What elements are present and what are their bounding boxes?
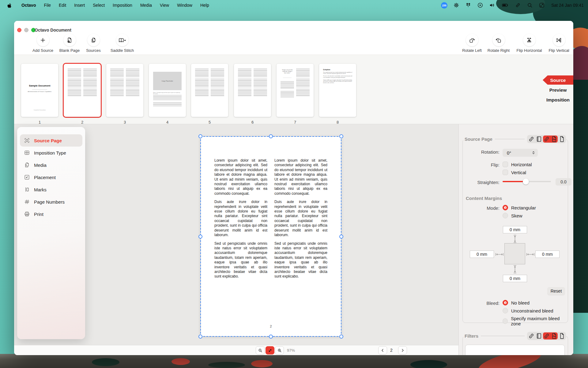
filters-list[interactable] [465,345,565,355]
tab-imposition[interactable]: Imposition [543,95,573,104]
flip-vertical-button[interactable]: Flip Vertical [542,34,573,53]
menu-imposition[interactable]: Imposition [109,3,136,8]
margin-left-field[interactable]: 0 mm [470,251,494,258]
scope-book-icon[interactable] [535,332,543,339]
menu-media[interactable]: Media [136,3,156,8]
selection-handle-w[interactable] [198,235,202,239]
scope-link-icon[interactable] [528,136,535,143]
margin-right-field[interactable]: 0 mm [535,251,560,258]
scope-linked-page-icon[interactable] [543,136,550,143]
flip-horizontal-checkbox[interactable] [503,162,508,167]
reset-button[interactable]: Reset [547,287,565,295]
sidebar-item-marks[interactable]: Marks [20,183,82,196]
bleed-max-zone-radio[interactable] [503,318,508,324]
bleed-unconstrained-radio[interactable] [503,308,508,313]
dropbox-icon[interactable] [465,2,471,8]
menu-file[interactable]: File [40,3,55,8]
scope-torn-page-icon[interactable] [550,136,558,143]
sources-label: Sources [86,48,101,53]
next-page-button[interactable] [398,346,407,355]
thumbnail-6[interactable]: 6 [234,64,271,125]
zoom-out-button[interactable] [256,346,265,355]
selection-handle-e[interactable] [339,235,343,239]
titlebar[interactable]: Octavo Document [14,21,573,35]
control-center-icon[interactable] [539,2,545,8]
sidebar-item-imposition-type[interactable]: Imposition Type [20,147,82,159]
thumb-number: 3 [106,120,143,125]
menu-view[interactable]: View [156,3,173,8]
menu-window[interactable]: Window [173,3,196,8]
zoom-app-icon[interactable]: zm [441,2,447,9]
rotate-right-button[interactable]: Rotate Right [482,34,515,53]
margin-top-field[interactable]: 0 mm [503,226,527,233]
play-icon[interactable] [477,2,483,8]
selection-handle-nw[interactable] [198,134,202,138]
selection-handle-sw[interactable] [198,335,202,339]
flip-horizontal-button[interactable]: Flip Horizontal [512,34,546,53]
scope-book-icon[interactable] [535,136,543,143]
menu-app-name[interactable]: Octavo [17,3,40,8]
thumbnail-7[interactable]: "Design is not just what it looks like. … [277,64,314,125]
thumb8-paragraph: Octavo enables you to prepare documents … [323,79,352,83]
menubar: Octavo File Edit Insert Select Impositio… [0,0,588,10]
apple-menu-icon[interactable] [7,2,12,8]
scope-torn-page-icon[interactable] [550,332,558,339]
bleed-none-radio[interactable] [503,300,508,305]
speaker-icon[interactable] [489,2,495,8]
selection-handle-n[interactable] [269,134,273,138]
menu-select[interactable]: Select [89,3,109,8]
scope-file-icon[interactable] [558,332,565,339]
inspector-panel: Source Page Ro [458,124,573,355]
sidebar-item-print[interactable]: Print [20,208,82,220]
close-button[interactable] [17,28,21,32]
straighten-value-field[interactable]: 0.0 [556,178,571,186]
sidebar-item-source-page[interactable]: Source Page [20,134,82,147]
thumbnail-8[interactable]: Colophon This sample document was create… [319,64,356,125]
mode-rectangular-radio[interactable] [503,205,508,210]
menu-insert[interactable]: Insert [70,3,89,8]
menubar-clock[interactable]: Sat 24 Jan 09:41 [551,3,584,8]
sources-icon [90,37,96,43]
mode-skew-radio[interactable] [503,213,508,218]
sidebar-item-placement[interactable]: Placement [20,171,82,183]
thumbnail-3[interactable]: 3 [106,64,143,125]
thumbnail-4[interactable]: Image Placeholder Figure 1: Example imag… [149,64,186,125]
battery-icon[interactable] [501,2,509,8]
current-page-field[interactable]: 2 [387,348,396,353]
selection-handle-se[interactable] [339,335,343,339]
helm-icon[interactable] [453,2,459,8]
menu-help[interactable]: Help [196,3,213,8]
minimize-button[interactable] [24,28,28,32]
zoom-in-button[interactable] [275,346,284,355]
chevron-updown-icon [531,150,536,155]
thumb-number: 6 [234,120,271,125]
sidebar-item-page-numbers[interactable]: Page Numbers [20,196,82,208]
scope-link-icon[interactable] [528,332,535,339]
scope-linked-page-icon[interactable] [543,332,550,339]
thumbnail-5[interactable]: 5 [191,64,228,125]
thumbnail-1[interactable]: Sample Document A Demonstration of Octav… [21,64,58,125]
rotation-dropdown[interactable]: 0° [503,149,538,157]
thumb-number: 2 [64,120,101,125]
tab-preview[interactable]: Preview [543,85,573,94]
previous-page-button[interactable] [378,346,387,355]
straighten-slider[interactable] [503,178,551,185]
link-icon[interactable] [515,2,521,8]
flip-vertical-checkbox[interactable] [503,170,508,175]
margin-bottom-field[interactable]: 0 mm [503,275,527,282]
straighten-slider-knob[interactable] [523,178,529,185]
menu-edit[interactable]: Edit [55,3,70,8]
saddle-stitch-button[interactable]: Saddle Stitch [105,34,139,53]
chevron-right-icon [400,348,405,353]
selection-handle-ne[interactable] [339,134,343,138]
zoom-fit-button[interactable] [266,346,274,355]
chevron-left-icon [380,348,385,353]
sidebar-item-media[interactable]: Media [20,159,82,171]
search-icon[interactable] [527,2,533,8]
tab-source[interactable]: Source [543,75,573,85]
marks-icon [24,186,30,193]
selection-handle-s[interactable] [269,335,273,339]
flip-vertical-icon [556,37,562,43]
thumbnail-2-selected[interactable]: 2 [64,64,101,125]
scope-file-icon[interactable] [558,136,565,143]
